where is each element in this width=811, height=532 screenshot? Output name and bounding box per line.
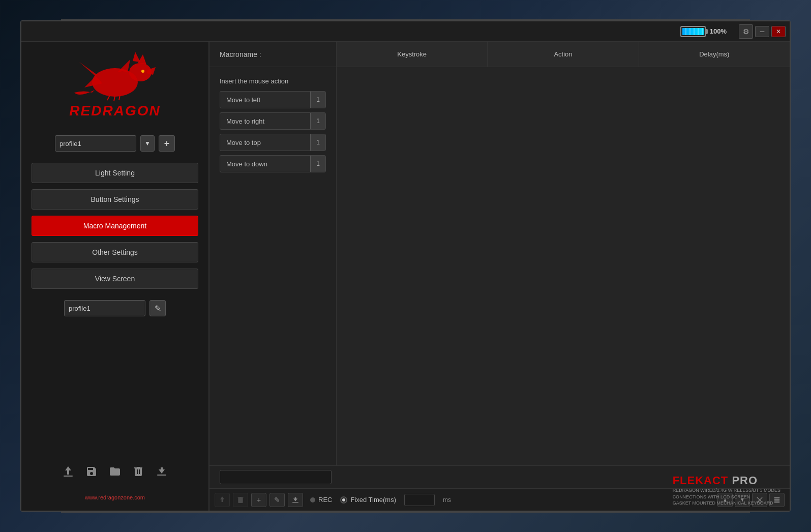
col-action: Action [488, 42, 639, 67]
macro-keystroke-table [337, 67, 790, 465]
delete-icon-btn[interactable] [131, 464, 146, 479]
fixed-time-label: Fixed Time(ms) [350, 496, 396, 504]
download-icon-btn[interactable] [154, 464, 169, 479]
profile-name-field[interactable]: profile1 [64, 300, 145, 316]
svg-rect-10 [292, 502, 298, 503]
other-settings-label: Other Settings [92, 248, 138, 256]
action-move-left-label: Move to left [220, 96, 310, 104]
macroname-label: Macroname : [220, 50, 261, 58]
action-add-icon: + [257, 496, 261, 504]
dropdown-arrow-btn[interactable]: ▼ [140, 135, 155, 152]
chevron-down-icon: ▼ [144, 140, 151, 147]
macro-columns: Keystroke Action Delay(ms) [337, 42, 790, 67]
action-move-down[interactable]: Move to down 1 [220, 155, 326, 172]
add-profile-button[interactable]: + [159, 135, 175, 152]
close-button[interactable]: ✕ [771, 26, 786, 37]
app-window: 100% ⚙ ─ ✕ [20, 20, 791, 512]
sidebar-item-other-settings[interactable]: Other Settings [32, 242, 198, 262]
action-btn-add[interactable]: + [251, 493, 266, 507]
logo-dragon [69, 52, 161, 103]
logo-area: REDRAGON [69, 52, 161, 119]
macro-insert-panel: Insert the mouse action Move to left 1 M… [209, 67, 337, 465]
brand-desc-line1: REDRAGON WIRED/2.4G WIRELESS/BT 3 MODES [673, 487, 780, 494]
sidebar-item-light-setting[interactable]: Light Setting [32, 163, 198, 183]
svg-marker-4 [133, 52, 140, 62]
bottom-toolbar [61, 459, 169, 484]
upload-icon-btn[interactable] [61, 464, 76, 479]
svg-marker-3 [138, 54, 146, 65]
svg-point-7 [141, 70, 144, 73]
battery-percent: 100% [710, 27, 727, 35]
action-move-down-label: Move to down [220, 160, 310, 168]
action-edit-icon: ✎ [274, 496, 280, 504]
battery-icon [680, 26, 706, 37]
profile-name-area: profile1 ✎ [32, 300, 198, 316]
action-btn-upload[interactable] [215, 493, 230, 507]
action-btn-edit[interactable]: ✎ [269, 493, 285, 507]
battery-wave [682, 28, 704, 35]
macro-name-input[interactable] [220, 470, 332, 484]
edit-icon: ✎ [155, 304, 161, 313]
action-btn-save[interactable] [288, 493, 303, 507]
upload-icon [62, 465, 74, 478]
main-content: REDRAGON profile1 ▼ + Light Setting Butt… [21, 42, 790, 511]
svg-marker-6 [117, 60, 130, 72]
svg-rect-9 [157, 475, 166, 476]
action-move-left[interactable]: Move to left 1 [220, 91, 326, 108]
insert-label: Insert the mouse action [220, 77, 326, 85]
gear-icon: ⚙ [743, 27, 749, 36]
svg-rect-8 [64, 476, 73, 477]
action-move-right[interactable]: Move to right 1 [220, 112, 326, 130]
minimize-icon: ─ [760, 28, 765, 35]
action-move-top[interactable]: Move to top 1 [220, 134, 326, 151]
macro-header: Macroname : Keystroke Action Delay(ms) [209, 42, 790, 67]
brand-desc-line2: CONNECTIONS WITH LCD SCREEN [673, 494, 780, 500]
brand-name: FLEKACT PRO [673, 474, 780, 487]
brand-flekact: FLEKACT [673, 474, 729, 487]
brand-pro: PRO [728, 474, 758, 487]
profile-name-value: profile1 [69, 305, 91, 312]
action-btn-delete[interactable] [233, 493, 248, 507]
fixed-time-radio-label[interactable]: Fixed Time(ms) [340, 496, 396, 504]
rec-dot [310, 497, 315, 503]
edit-profile-button[interactable]: ✎ [149, 300, 166, 316]
col-keystroke: Keystroke [337, 42, 488, 67]
settings-button[interactable]: ⚙ [739, 24, 753, 39]
action-move-right-value: 1 [310, 113, 325, 129]
sidebar-item-macro-management[interactable]: Macro Management [32, 216, 198, 236]
rec-radio-label[interactable]: REC [310, 496, 332, 504]
ms-value-input[interactable] [404, 494, 435, 506]
sidebar-item-button-settings[interactable]: Button Settings [32, 189, 198, 210]
action-save-icon [291, 496, 299, 504]
action-move-right-label: Move to right [220, 117, 310, 125]
sidebar: REDRAGON profile1 ▼ + Light Setting Butt… [21, 42, 209, 511]
light-setting-label: Light Setting [95, 169, 135, 177]
battery-area: 100% [680, 26, 727, 37]
view-screen-label: View Screen [95, 275, 135, 283]
rec-area: REC Fixed Time(ms) ms [310, 494, 451, 506]
save-icon [85, 465, 98, 478]
battery-fill [682, 28, 704, 35]
open-icon-btn[interactable] [107, 464, 123, 479]
macro-body: Insert the mouse action Move to left 1 M… [209, 67, 790, 465]
title-bar: 100% ⚙ ─ ✕ [21, 21, 790, 42]
right-panel: Macroname : Keystroke Action Delay(ms) I… [209, 42, 790, 511]
minimize-button[interactable]: ─ [755, 26, 769, 37]
macro-name-area: Macroname : [209, 42, 337, 67]
action-move-down-value: 1 [310, 156, 325, 172]
profile-dropdown[interactable]: profile1 [55, 135, 136, 152]
profile-dropdown-value: profile1 [59, 140, 81, 147]
add-icon: + [164, 138, 170, 149]
website-text: www.redragonzone.com [85, 494, 145, 500]
action-move-top-value: 1 [310, 134, 325, 151]
action-delete-icon [236, 496, 245, 504]
macro-management-label: Macro Management [83, 222, 147, 230]
ms-unit-label: ms [443, 496, 451, 504]
action-upload-icon [218, 496, 226, 504]
brand-desc-line3: GASKET MOUNTED MECHANICAL KEYBOARD [673, 500, 780, 507]
action-move-top-label: Move to top [220, 139, 310, 146]
sidebar-item-view-screen[interactable]: View Screen [32, 269, 198, 289]
close-icon: ✕ [776, 28, 781, 35]
save-icon-btn[interactable] [84, 464, 99, 479]
dragon-svg [69, 52, 161, 103]
